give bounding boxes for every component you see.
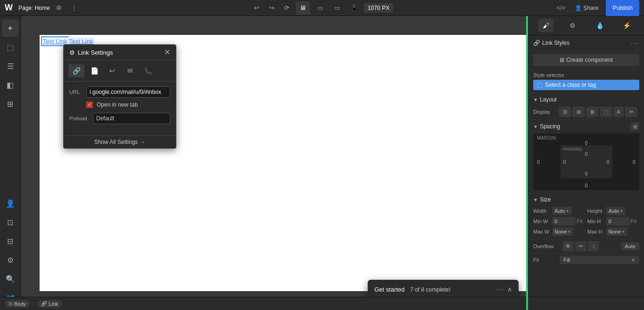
sidebar-layers-icon[interactable]: ⬚: [2, 39, 19, 56]
tablet-small-view-button[interactable]: ▭: [330, 1, 344, 15]
sidebar-store-icon[interactable]: ⊡: [2, 214, 19, 231]
sidebar-search-icon[interactable]: 🔍: [2, 270, 19, 287]
undo-button[interactable]: ↩: [251, 2, 263, 14]
max-height-dropdown[interactable]: None ▼: [606, 227, 627, 236]
height-dropdown-arrow: ▼: [619, 209, 623, 213]
canvas-resize-handle[interactable]: [526, 16, 528, 310]
max-width-label: Max W: [533, 229, 550, 235]
min-height-input[interactable]: [606, 217, 630, 226]
overflow-hidden-button[interactable]: ✂: [575, 241, 586, 251]
padding-left-value[interactable]: 0: [563, 159, 566, 165]
rs-tab-settings[interactable]: ⚙: [565, 19, 580, 32]
sidebar-components-icon[interactable]: ⊞: [2, 95, 19, 112]
sidebar-add-icon[interactable]: +: [2, 20, 19, 37]
display-flex-row-button[interactable]: ⊞: [572, 107, 585, 117]
link-type-url-tab[interactable]: 🔗: [68, 64, 84, 77]
display-block-button[interactable]: ⊟: [559, 107, 571, 117]
height-row: Height Auto ▼: [587, 207, 640, 215]
min-width-row: Min W PX: [533, 217, 586, 226]
padding-bottom-value[interactable]: 0: [585, 171, 587, 176]
max-height-arrow: ▼: [621, 230, 625, 234]
link-type-phone-tab[interactable]: 📞: [140, 64, 156, 77]
preload-select[interactable]: Default None Preload Prefetch: [93, 113, 170, 124]
create-component-button[interactable]: ⊞ Create component: [533, 54, 639, 66]
layout-section-header[interactable]: ▼ Layout: [528, 93, 644, 105]
link-styles-more-button[interactable]: ···: [631, 39, 639, 47]
canvas-area[interactable]: Text Link Text Link ⚙ Link Settings ✕ 🔗 …: [21, 16, 528, 310]
style-selector-input[interactable]: ⬚ Select a class or tag: [533, 80, 639, 90]
breadcrumb-link[interactable]: 🔗 Link: [37, 300, 62, 308]
sidebar-apps-icon[interactable]: ⊟: [2, 233, 19, 250]
tablet-view-button[interactable]: ▭: [313, 1, 327, 15]
rs-tab-color[interactable]: 💧: [592, 19, 607, 32]
margin-right-value[interactable]: 0: [633, 159, 636, 165]
preload-row: Preload Default None Preload Prefetch: [69, 113, 170, 124]
toast-collapse-button[interactable]: ∧: [507, 285, 512, 293]
rs-tab-brush[interactable]: 🖌: [538, 19, 553, 32]
toast-progress-text: 7 of 8 complete!: [410, 286, 450, 293]
sidebar-users-icon[interactable]: 👤: [2, 195, 19, 212]
panel-close-button[interactable]: ✕: [164, 49, 170, 56]
spacing-title: Spacing: [540, 123, 560, 130]
layout-section: ▼ Layout Display ⊟ ⊞ ⊠ ⬚ A ✏: [528, 93, 644, 119]
overflow-auto-button[interactable]: Auto: [621, 242, 639, 251]
share-button[interactable]: 👤 Share: [570, 3, 603, 13]
desktop-view-button[interactable]: 🖥: [296, 1, 310, 15]
breadcrumb-separator: ›: [33, 301, 34, 307]
code-editor-icon[interactable]: </>: [555, 2, 567, 14]
display-grid-button[interactable]: ⬚: [600, 107, 612, 117]
breadcrumb-body[interactable]: ⊟ Body: [5, 300, 30, 308]
open-new-tab-checkbox[interactable]: ✓: [86, 101, 93, 108]
sidebar-assets-icon[interactable]: ◧: [2, 76, 19, 93]
margin-left-value[interactable]: 0: [537, 159, 540, 165]
width-dropdown[interactable]: Auto ▼: [552, 207, 572, 215]
show-all-settings-button[interactable]: Show All Settings →: [64, 135, 176, 148]
link-type-email-tab[interactable]: ✉: [122, 64, 138, 77]
spacing-expand-button[interactable]: ⊞: [631, 122, 639, 131]
height-dropdown[interactable]: Auto ▼: [606, 207, 626, 215]
more-options-icon[interactable]: ⋮: [68, 2, 80, 14]
mobile-view-button[interactable]: 📱: [347, 1, 361, 15]
link-styles-label: 🔗 Link Styles: [533, 40, 570, 46]
overflow-visible-button[interactable]: 👁: [562, 241, 574, 251]
display-inline-button[interactable]: A: [613, 107, 624, 117]
create-component-section: ⊞ Create component: [528, 51, 644, 69]
toast-title-area: Get started 7 of 8 complete!: [374, 286, 450, 293]
spacing-collapse-icon: ▼: [533, 124, 538, 129]
width-label: Width: [533, 208, 550, 214]
overflow-scroll-button[interactable]: ↕: [588, 241, 599, 251]
max-width-arrow: ▼: [567, 230, 571, 234]
min-width-input[interactable]: [552, 217, 576, 226]
display-custom-button[interactable]: ✏: [625, 107, 637, 117]
padding-top-value[interactable]: 0: [585, 151, 587, 157]
max-width-dropdown[interactable]: None ▼: [552, 227, 573, 236]
breadcrumb-body-label: Body: [14, 301, 26, 307]
sidebar-settings-icon[interactable]: ⚙: [2, 251, 19, 268]
display-row: Display ⊟ ⊞ ⊠ ⬚ A ✏: [528, 105, 644, 119]
toast-more-button[interactable]: ···: [496, 285, 504, 293]
size-grid: Width Auto ▼ Height Auto ▼ Min W: [533, 207, 639, 236]
link-settings-panel: ⚙ Link Settings ✕ 🔗 📄 ↩ ✉ 📞 URL: [63, 44, 176, 149]
margin-bottom-value[interactable]: 0: [585, 183, 587, 188]
height-label: Height: [587, 208, 604, 214]
display-flex-col-button[interactable]: ⊠: [586, 107, 598, 117]
link-type-page-tab[interactable]: 📄: [86, 64, 102, 77]
page-settings-icon[interactable]: ⚙: [53, 2, 65, 14]
min-height-value: PX: [606, 217, 637, 226]
refresh-button[interactable]: ⟳: [281, 2, 293, 14]
link-breadcrumb-icon: 🔗: [41, 301, 47, 306]
link-type-section-tab[interactable]: ↩: [104, 64, 120, 77]
size-section-header[interactable]: ▼ Size: [533, 196, 639, 205]
min-width-label: Min W: [533, 218, 550, 224]
display-label: Display: [533, 109, 557, 115]
spacing-section: ▼ Spacing ⊞ MARGIN 0 0 0 0 PADDING 0 0 0…: [528, 119, 644, 193]
sidebar-pages-icon[interactable]: ☰: [2, 58, 19, 75]
padding-right-value[interactable]: 0: [606, 159, 609, 165]
url-input[interactable]: [86, 86, 170, 98]
redo-button[interactable]: ↪: [266, 2, 278, 14]
overflow-row: Overflow 👁 ✂ ↕ Auto: [528, 239, 644, 253]
publish-button[interactable]: Publish: [606, 0, 639, 16]
fit-dropdown[interactable]: Fill ▼: [560, 256, 639, 264]
spacing-section-header[interactable]: ▼ Spacing: [533, 123, 631, 130]
rs-tab-interact[interactable]: ⚡: [619, 19, 634, 32]
